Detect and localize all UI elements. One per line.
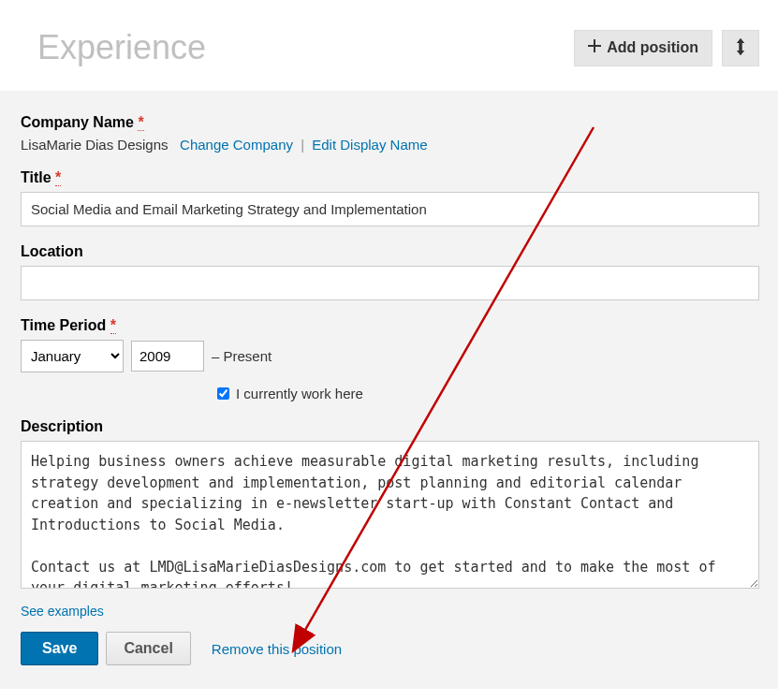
change-company-link[interactable]: Change Company <box>180 137 293 153</box>
company-line: LisaMarie Dias Designs Change Company | … <box>21 137 759 153</box>
page-title: Experience <box>37 28 206 67</box>
required-asterisk: * <box>110 317 116 334</box>
plus-icon <box>588 39 601 56</box>
month-select[interactable]: January <box>21 340 124 372</box>
actions-row: Save Cancel Remove this position <box>21 632 759 665</box>
description-textarea[interactable] <box>21 441 759 589</box>
edit-display-name-link[interactable]: Edit Display Name <box>312 137 427 153</box>
reorder-button[interactable] <box>722 30 759 66</box>
currently-work-row: I currently work here <box>217 386 759 401</box>
title-label: Title * <box>21 169 759 186</box>
header-actions: Add position <box>574 30 759 66</box>
remove-position-link[interactable]: Remove this position <box>212 641 342 657</box>
description-label: Description <box>21 418 759 435</box>
company-name-label: Company Name * <box>21 114 759 131</box>
location-label: Location <box>21 243 759 260</box>
time-period-row: January – Present <box>21 340 759 372</box>
title-input[interactable] <box>21 192 759 226</box>
separator: | <box>301 137 304 153</box>
year-input[interactable] <box>131 341 204 372</box>
currently-work-checkbox[interactable] <box>217 387 229 400</box>
reorder-icon <box>734 38 747 58</box>
header-bar: Experience Add position <box>0 0 778 91</box>
form-area: Company Name * LisaMarie Dias Designs Ch… <box>0 91 778 689</box>
save-button[interactable]: Save <box>21 632 98 665</box>
time-period-label: Time Period * <box>21 317 759 334</box>
required-asterisk: * <box>55 169 61 186</box>
required-asterisk: * <box>138 114 143 131</box>
location-input[interactable] <box>21 266 759 300</box>
present-text: – Present <box>212 348 272 364</box>
cancel-button[interactable]: Cancel <box>106 632 190 665</box>
currently-work-label: I currently work here <box>236 386 363 401</box>
add-position-button[interactable]: Add position <box>574 30 712 66</box>
add-position-label: Add position <box>607 39 698 56</box>
see-examples-link[interactable]: See examples <box>21 604 104 619</box>
company-name-value: LisaMarie Dias Designs <box>21 137 169 153</box>
